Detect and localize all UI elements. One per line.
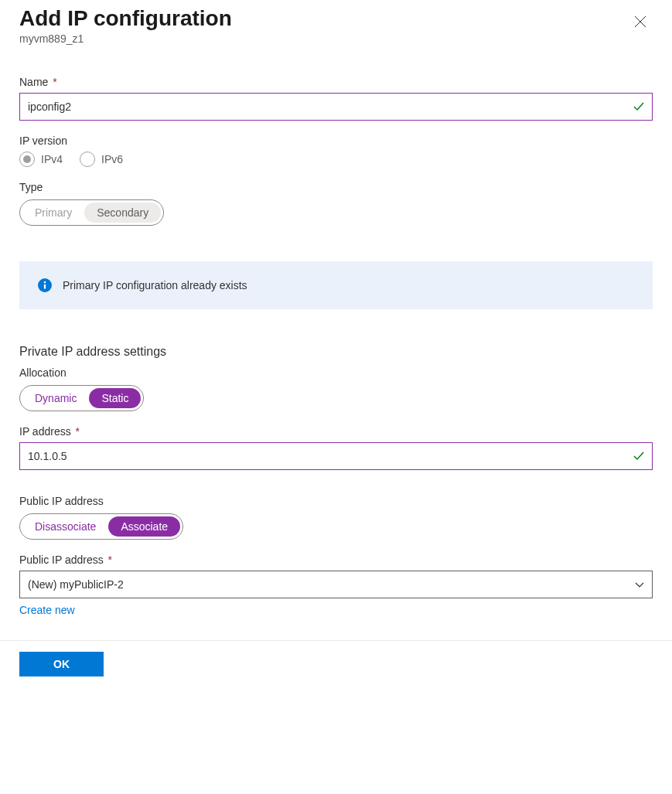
chevron-down-icon — [634, 579, 645, 590]
ip-address-input[interactable] — [19, 442, 653, 470]
close-button[interactable] — [628, 9, 653, 36]
ipv4-label: IPv4 — [41, 153, 63, 165]
svg-rect-2 — [44, 281, 46, 283]
ip-version-label: IP version — [19, 135, 653, 147]
public-ip-select[interactable]: (New) myPublicIP-2 — [19, 571, 653, 598]
type-primary-option: Primary — [22, 203, 84, 223]
allocation-label: Allocation — [19, 366, 653, 379]
ipv4-radio: IPv4 — [19, 152, 63, 167]
ip-address-label: IP address * — [19, 425, 653, 438]
type-toggle: Primary Secondary — [19, 199, 164, 226]
check-icon — [633, 450, 645, 462]
page-title: Add IP configuration — [19, 6, 232, 31]
ok-button[interactable]: OK — [19, 652, 104, 676]
info-icon — [38, 278, 52, 292]
private-ip-section-title: Private IP address settings — [19, 345, 653, 359]
page-subtitle: myvm889_z1 — [19, 32, 232, 45]
type-label: Type — [19, 181, 653, 193]
allocation-dynamic-option[interactable]: Dynamic — [22, 388, 89, 408]
info-text: Primary IP configuration already exists — [63, 279, 247, 291]
public-ip-toggle[interactable]: Disassociate Associate — [19, 513, 183, 540]
check-icon — [633, 101, 645, 113]
ipv6-label: IPv6 — [101, 153, 123, 165]
close-icon — [634, 15, 646, 28]
type-secondary-option: Secondary — [84, 203, 161, 223]
radio-selected-icon — [19, 152, 35, 167]
public-ip-disassociate-option[interactable]: Disassociate — [22, 516, 108, 537]
ipv6-radio: IPv6 — [80, 152, 123, 167]
name-label: Name * — [19, 76, 653, 88]
public-ip-associate-option[interactable]: Associate — [108, 516, 180, 537]
radio-empty-icon — [80, 152, 95, 167]
name-input[interactable] — [19, 93, 653, 121]
allocation-static-option[interactable]: Static — [89, 388, 141, 408]
create-new-link[interactable]: Create new — [19, 604, 75, 616]
public-ip-label: Public IP address — [19, 495, 653, 507]
svg-rect-1 — [44, 285, 46, 289]
allocation-toggle[interactable]: Dynamic Static — [19, 385, 144, 411]
info-banner: Primary IP configuration already exists — [19, 261, 653, 309]
public-ip-select-label: Public IP address * — [19, 554, 653, 566]
